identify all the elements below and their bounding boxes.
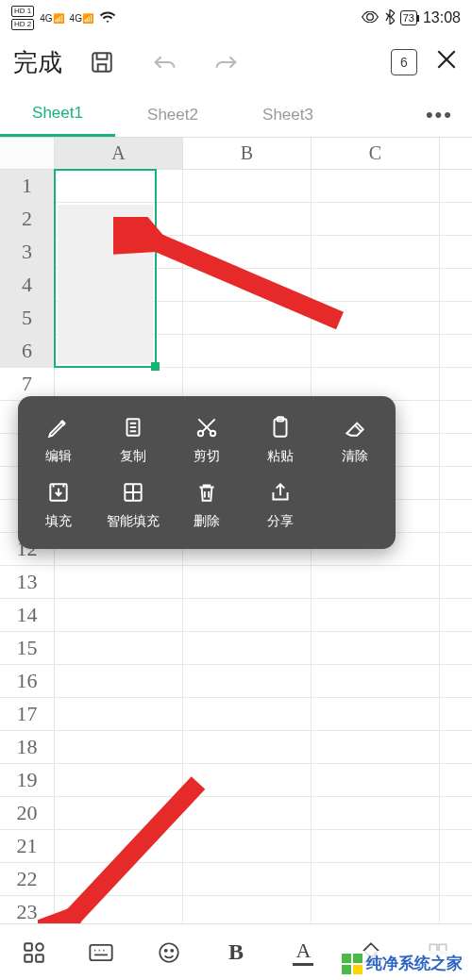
row-header[interactable]: 7 (0, 368, 55, 400)
cell[interactable] (183, 731, 312, 763)
col-header-b[interactable]: B (183, 138, 312, 169)
row-header[interactable]: 15 (0, 632, 55, 664)
cell[interactable] (55, 599, 183, 631)
cell[interactable] (183, 599, 312, 631)
cell[interactable] (312, 236, 440, 268)
cell[interactable] (312, 764, 440, 796)
cell[interactable] (312, 302, 440, 334)
save-icon[interactable] (79, 50, 125, 75)
cell[interactable] (183, 764, 312, 796)
cell[interactable] (55, 335, 183, 367)
cell[interactable] (312, 599, 440, 631)
spreadsheet-grid[interactable]: A B C 1 2 3 4 5 6 7 8 9 10 11 12 13 14 1… (0, 138, 472, 962)
cell[interactable] (312, 566, 440, 598)
ctx-cut-button[interactable]: 剪切 (170, 409, 244, 474)
cell[interactable] (55, 764, 183, 796)
cell[interactable] (183, 269, 312, 301)
cell[interactable] (183, 797, 312, 829)
cell[interactable] (55, 731, 183, 763)
cell[interactable] (55, 203, 183, 235)
cell[interactable] (183, 170, 312, 202)
ctx-label: 粘贴 (267, 448, 294, 465)
cell[interactable] (312, 203, 440, 235)
cell[interactable] (183, 368, 312, 400)
cell[interactable] (312, 698, 440, 730)
col-header-c[interactable]: C (312, 138, 440, 169)
col-header-a[interactable]: A (55, 138, 183, 169)
close-button[interactable] (434, 47, 459, 78)
row-header[interactable]: 14 (0, 599, 55, 631)
cell[interactable] (183, 665, 312, 697)
tab-sheet3[interactable]: Sheet3 (230, 92, 346, 137)
text-color-icon[interactable]: A (284, 938, 322, 966)
undo-icon[interactable] (142, 52, 187, 73)
row-header[interactable]: 21 (0, 830, 55, 862)
row-header[interactable]: 6 (0, 335, 55, 367)
ctx-label: 删除 (194, 513, 220, 530)
cell[interactable] (183, 698, 312, 730)
cell[interactable] (312, 830, 440, 862)
ctx-copy-button[interactable]: 复制 (95, 409, 169, 474)
watermark-text: 纯净系统之家 (366, 953, 463, 974)
cell[interactable] (55, 236, 183, 268)
ctx-clear-button[interactable]: 清除 (318, 409, 392, 474)
cell[interactable] (55, 698, 183, 730)
cell[interactable] (55, 863, 183, 895)
cell[interactable] (55, 269, 183, 301)
row-header[interactable]: 18 (0, 731, 55, 763)
row-header[interactable]: 17 (0, 698, 55, 730)
cell[interactable] (183, 566, 312, 598)
ctx-smart-fill-button[interactable]: 智能填充 (95, 474, 169, 540)
tab-sheet1[interactable]: Sheet1 (0, 92, 115, 137)
cell[interactable] (55, 566, 183, 598)
row-header[interactable]: 20 (0, 797, 55, 829)
cell[interactable] (312, 632, 440, 664)
cell[interactable] (312, 665, 440, 697)
ctx-paste-button[interactable]: 粘贴 (244, 409, 317, 474)
cell[interactable] (312, 269, 440, 301)
page-count-button[interactable]: 6 (391, 49, 417, 75)
emoji-icon[interactable] (150, 940, 188, 965)
cell[interactable] (183, 203, 312, 235)
cell[interactable] (55, 632, 183, 664)
cell[interactable] (312, 731, 440, 763)
cell[interactable] (183, 335, 312, 367)
cell[interactable] (55, 302, 183, 334)
done-button[interactable]: 完成 (13, 46, 62, 79)
row-header[interactable]: 22 (0, 863, 55, 895)
row-header[interactable]: 3 (0, 236, 55, 268)
ctx-fill-button[interactable]: 填充 (22, 474, 95, 540)
select-all-corner[interactable] (0, 138, 55, 169)
ctx-share-button[interactable]: 分享 (244, 474, 317, 540)
cell[interactable] (312, 170, 440, 202)
ctx-edit-button[interactable]: 编辑 (22, 409, 95, 474)
row-header[interactable]: 4 (0, 269, 55, 301)
cell[interactable] (312, 863, 440, 895)
cell[interactable] (183, 863, 312, 895)
cell[interactable] (312, 368, 440, 400)
ctx-delete-button[interactable]: 删除 (170, 474, 244, 540)
row-header[interactable]: 19 (0, 764, 55, 796)
cell[interactable] (312, 335, 440, 367)
row-header[interactable]: 2 (0, 203, 55, 235)
cell[interactable] (183, 632, 312, 664)
cell[interactable] (312, 797, 440, 829)
cell[interactable] (55, 665, 183, 697)
row-header[interactable]: 16 (0, 665, 55, 697)
cell[interactable] (55, 797, 183, 829)
bold-icon[interactable]: B (217, 939, 255, 965)
tools-icon[interactable] (15, 940, 53, 965)
cell[interactable] (55, 368, 183, 400)
cell[interactable] (55, 170, 183, 202)
cell[interactable] (183, 302, 312, 334)
tabs-more-button[interactable]: ••• (407, 103, 472, 127)
row-header[interactable]: 13 (0, 566, 55, 598)
tab-sheet2[interactable]: Sheet2 (115, 92, 230, 137)
cell[interactable] (183, 236, 312, 268)
row-header[interactable]: 1 (0, 170, 55, 202)
row-header[interactable]: 5 (0, 302, 55, 334)
cell[interactable] (183, 830, 312, 862)
redo-icon[interactable] (204, 52, 249, 73)
cell[interactable] (55, 830, 183, 862)
keyboard-icon[interactable] (82, 942, 120, 963)
